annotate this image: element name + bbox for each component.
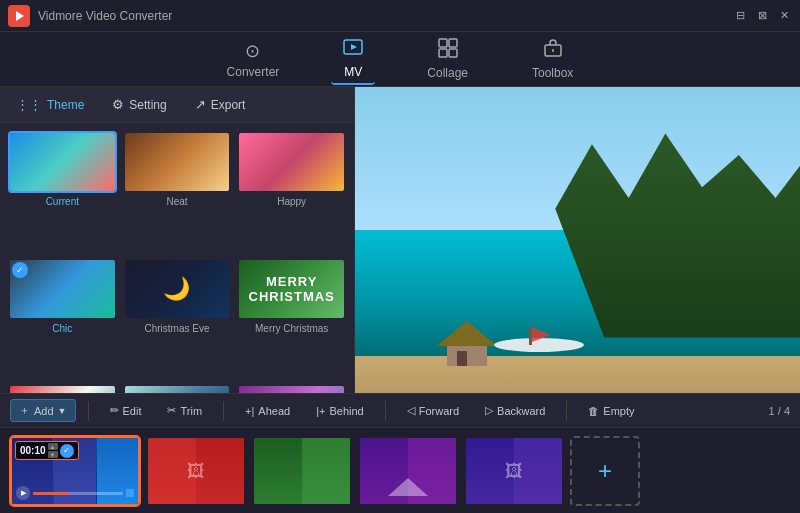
theme-neat-label: Neat <box>166 196 187 207</box>
clip-progress-bar-1 <box>33 492 123 495</box>
trim-icon: ✂ <box>167 404 176 417</box>
clip-time-up[interactable]: ▲ <box>48 443 58 450</box>
empty-button[interactable]: 🗑 Empty <box>579 401 643 421</box>
theme-neat[interactable]: Neat <box>123 131 232 252</box>
clip-controls-1: ▶ <box>16 486 134 500</box>
boat-svg <box>489 317 589 352</box>
edit-label: Edit <box>123 405 142 417</box>
backward-button[interactable]: ▷ Backward <box>476 400 554 421</box>
svg-point-13 <box>494 338 584 352</box>
nav-mv[interactable]: MV <box>331 33 375 85</box>
export-panel-icon: ↗ <box>195 97 206 112</box>
converter-icon: ⊙ <box>245 40 260 62</box>
separator-4 <box>566 401 567 421</box>
backward-label: Backward <box>497 405 545 417</box>
ahead-label: Ahead <box>258 405 290 417</box>
timeline-clip-2[interactable]: 🖼 <box>146 436 246 506</box>
add-clip-icon: + <box>598 457 612 485</box>
svg-marker-3 <box>351 44 357 50</box>
empty-label: Empty <box>603 405 634 417</box>
add-clip-button[interactable]: + <box>570 436 640 506</box>
timeline-area: 00:10 ▲ ▼ ✓ ▶ <box>0 428 800 513</box>
svg-rect-12 <box>457 351 467 366</box>
nav-converter[interactable]: ⊙ Converter <box>215 36 292 83</box>
backward-icon: ▷ <box>485 404 493 417</box>
theme-selected-check: ✓ <box>12 262 28 278</box>
app-title: Vidmore Video Converter <box>38 9 732 23</box>
forward-button[interactable]: ◁ Forward <box>398 400 468 421</box>
trim-button[interactable]: ✂ Trim <box>158 400 211 421</box>
clip-play-button-1[interactable]: ▶ <box>16 486 30 500</box>
nav-collage-label: Collage <box>427 66 468 80</box>
theme-christmas-eve[interactable]: 🌙 Christmas Eve <box>123 258 232 379</box>
theme-merry-christmas[interactable]: MERRYCHRISTMAS Merry Christmas <box>237 258 346 379</box>
separator-3 <box>385 401 386 421</box>
timeline-clip-5[interactable]: 🖼 <box>464 436 564 506</box>
collage-icon <box>438 38 458 63</box>
timeline-clip-4[interactable] <box>358 436 458 506</box>
theme-chic-label: Chic <box>52 323 72 334</box>
window-controls: ⊟ ⊠ ✕ <box>732 8 792 24</box>
nav-converter-label: Converter <box>227 65 280 79</box>
bottom-section: ＋ Add ▼ ✏ Edit ✂ Trim +| Ahead |+ Behind… <box>0 393 800 513</box>
edit-button[interactable]: ✏ Edit <box>101 400 151 421</box>
clip-time-down[interactable]: ▼ <box>48 451 58 458</box>
nav-toolbox[interactable]: Toolbox <box>520 34 585 84</box>
nav-collage[interactable]: Collage <box>415 34 480 84</box>
clip-progress-fill-1 <box>33 492 69 495</box>
theme-chic[interactable]: ✓ Chic <box>8 258 117 379</box>
theme-happy-label: Happy <box>277 196 306 207</box>
theme-happy[interactable]: Happy <box>237 131 346 252</box>
separator-1 <box>88 401 89 421</box>
empty-icon: 🗑 <box>588 405 599 417</box>
timeline-clip-3[interactable] <box>252 436 352 506</box>
theme-christmas-eve-label: Christmas Eve <box>144 323 209 334</box>
maximize-button[interactable]: ⊠ <box>754 8 770 24</box>
timeline-clip-1[interactable]: 00:10 ▲ ▼ ✓ ▶ <box>10 436 140 506</box>
setting-tab[interactable]: ⚙ Setting <box>106 94 172 115</box>
title-bar: Vidmore Video Converter ⊟ ⊠ ✕ <box>0 0 800 32</box>
clip-time-arrows: ▲ ▼ <box>48 443 58 458</box>
mv-icon <box>343 37 363 62</box>
forward-label: Forward <box>419 405 459 417</box>
panel-toolbar: ⋮⋮ Theme ⚙ Setting ↗ Export <box>0 87 354 123</box>
forward-icon: ◁ <box>407 404 415 417</box>
separator-2 <box>223 401 224 421</box>
clip-time-value: 00:10 <box>20 445 46 456</box>
theme-current[interactable]: Current <box>8 131 117 252</box>
setting-icon: ⚙ <box>112 97 124 112</box>
clip-image-icon-5: 🖼 <box>505 461 523 482</box>
clip-confirm-button[interactable]: ✓ <box>60 444 74 458</box>
top-nav: ⊙ Converter MV Collage <box>0 32 800 87</box>
svg-rect-14 <box>529 327 532 345</box>
nav-toolbox-label: Toolbox <box>532 66 573 80</box>
behind-label: Behind <box>329 405 363 417</box>
theme-current-label: Current <box>46 196 79 207</box>
close-button[interactable]: ✕ <box>776 8 792 24</box>
add-arrow: ▼ <box>58 406 67 416</box>
add-button[interactable]: ＋ Add ▼ <box>10 399 76 422</box>
svg-marker-16 <box>388 478 428 496</box>
preview-area <box>355 87 800 445</box>
app-logo <box>8 5 30 27</box>
ahead-icon: +| <box>245 405 254 417</box>
bottom-toolbar: ＋ Add ▼ ✏ Edit ✂ Trim +| Ahead |+ Behind… <box>0 394 800 428</box>
theme-icon: ⋮⋮ <box>16 97 42 112</box>
edit-icon: ✏ <box>110 404 119 417</box>
toolbox-icon <box>543 38 563 63</box>
svg-rect-5 <box>449 39 457 47</box>
trim-label: Trim <box>180 405 202 417</box>
clip-audio-indicator-1 <box>126 489 134 497</box>
behind-icon: |+ <box>316 405 325 417</box>
svg-rect-7 <box>449 49 457 57</box>
ahead-button[interactable]: +| Ahead <box>236 401 299 421</box>
clip-time-input[interactable]: 00:10 ▲ ▼ ✓ <box>15 441 79 460</box>
minimize-button[interactable]: ⊟ <box>732 8 748 24</box>
theme-tab[interactable]: ⋮⋮ Theme <box>10 94 90 115</box>
preview-scene <box>355 87 800 445</box>
behind-button[interactable]: |+ Behind <box>307 401 373 421</box>
clip-image-icon-2: 🖼 <box>187 461 205 482</box>
export-tab[interactable]: ↗ Export <box>189 94 252 115</box>
svg-rect-6 <box>439 49 447 57</box>
add-label: Add <box>34 405 54 417</box>
